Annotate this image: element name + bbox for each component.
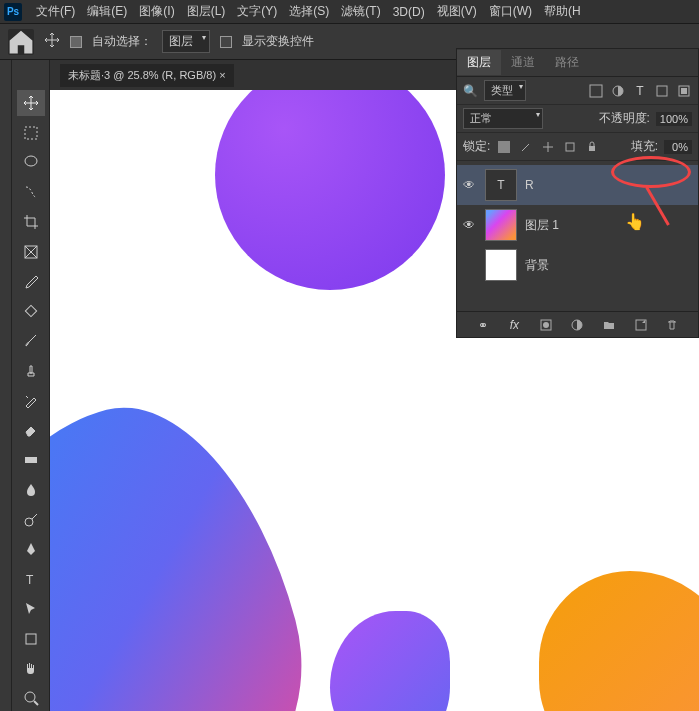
toolbar: T [12, 60, 50, 711]
lock-position-icon[interactable] [540, 139, 556, 155]
auto-select-label: 自动选择： [92, 33, 152, 50]
visibility-icon[interactable]: 👁 [463, 178, 477, 192]
fill-value[interactable]: 0% [664, 140, 692, 154]
layer-thumb-image [485, 209, 517, 241]
layer-name[interactable]: 图层 1 [525, 217, 559, 234]
filter-shape-icon[interactable] [654, 83, 670, 99]
svg-rect-4 [25, 457, 37, 463]
gradient-tool[interactable] [17, 447, 45, 473]
eraser-tool[interactable] [17, 417, 45, 443]
svg-rect-15 [566, 143, 574, 151]
lock-fill-row: 锁定: 填充: 0% [457, 133, 698, 161]
filter-image-icon[interactable] [588, 83, 604, 99]
filter-adjust-icon[interactable] [610, 83, 626, 99]
layer-row-r[interactable]: 👁 T R [457, 165, 698, 205]
lock-brush-icon[interactable] [518, 139, 534, 155]
svg-rect-9 [590, 85, 602, 97]
search-icon: 🔍 [463, 84, 478, 98]
move-tool-indicator-icon [44, 32, 60, 51]
menu-select[interactable]: 选择(S) [283, 3, 335, 20]
layer-row-1[interactable]: 👁 图层 1 [457, 205, 698, 245]
auto-select-target-dropdown[interactable]: 图层 [162, 30, 210, 53]
svg-text:T: T [26, 573, 34, 587]
menu-view[interactable]: 视图(V) [431, 3, 483, 20]
svg-rect-3 [25, 306, 36, 317]
show-transform-label: 显示变换控件 [242, 33, 314, 50]
svg-point-8 [25, 692, 35, 702]
lasso-tool[interactable] [17, 150, 45, 176]
layer-name[interactable]: R [525, 178, 534, 192]
blur-tool[interactable] [17, 477, 45, 503]
menu-image[interactable]: 图像(I) [133, 3, 180, 20]
adjustment-layer-icon[interactable] [569, 317, 585, 333]
panel-tabs: 图层 通道 路径 [457, 49, 698, 77]
path-select-tool[interactable] [17, 596, 45, 622]
dodge-tool[interactable] [17, 507, 45, 533]
canvas-purple-circle [215, 90, 445, 290]
menu-layer[interactable]: 图层(L) [181, 3, 232, 20]
frame-tool[interactable] [17, 239, 45, 265]
svg-rect-14 [498, 141, 510, 153]
link-layers-icon[interactable]: ⚭ [475, 317, 491, 333]
blend-mode-dropdown[interactable]: 正常 [463, 108, 543, 129]
fx-icon[interactable]: fx [506, 317, 522, 333]
svg-rect-7 [26, 634, 36, 644]
tab-paths[interactable]: 路径 [545, 50, 589, 75]
filter-type-dropdown[interactable]: 类型 [484, 80, 526, 101]
filter-text-icon[interactable]: T [632, 83, 648, 99]
layers-panel: 图层 通道 路径 🔍 类型 T 正常 不透明度: 100% 锁定: 填充: 0%… [456, 48, 699, 338]
layer-filter-row: 🔍 类型 T [457, 77, 698, 105]
layer-row-bg[interactable]: 背景 [457, 245, 698, 285]
menu-help[interactable]: 帮助(H [538, 3, 587, 20]
svg-point-5 [25, 518, 33, 526]
auto-select-checkbox[interactable] [70, 36, 82, 48]
delete-layer-icon[interactable] [664, 317, 680, 333]
home-icon[interactable] [8, 29, 34, 55]
crop-tool[interactable] [17, 209, 45, 235]
dock-strip [0, 60, 12, 711]
type-tool[interactable]: T [17, 566, 45, 592]
app-logo: Ps [4, 3, 22, 21]
move-tool[interactable] [17, 90, 45, 116]
svg-rect-16 [589, 146, 595, 151]
menu-edit[interactable]: 编辑(E) [81, 3, 133, 20]
svg-rect-0 [25, 127, 37, 139]
stamp-tool[interactable] [17, 358, 45, 384]
tab-channels[interactable]: 通道 [501, 50, 545, 75]
layer-mask-icon[interactable] [538, 317, 554, 333]
zoom-tool[interactable] [17, 685, 45, 711]
healing-tool[interactable] [17, 298, 45, 324]
lock-all-icon[interactable] [584, 139, 600, 155]
svg-point-1 [25, 156, 37, 166]
menu-window[interactable]: 窗口(W) [483, 3, 538, 20]
document-tab[interactable]: 未标题·3 @ 25.8% (R, RGB/8) × [60, 64, 234, 87]
eyedropper-tool[interactable] [17, 269, 45, 295]
group-icon[interactable] [601, 317, 617, 333]
marquee-tool[interactable] [17, 120, 45, 146]
opacity-value[interactable]: 100% [656, 112, 692, 126]
menu-filter[interactable]: 滤镜(T) [335, 3, 386, 20]
lock-artboard-icon[interactable] [562, 139, 578, 155]
menu-bar: Ps 文件(F) 编辑(E) 图像(I) 图层(L) 文字(Y) 选择(S) 滤… [0, 0, 699, 24]
history-brush-tool[interactable] [17, 388, 45, 414]
menu-3d[interactable]: 3D(D) [387, 5, 431, 19]
fill-label: 填充: [631, 138, 658, 155]
lock-pixels-icon[interactable] [496, 139, 512, 155]
tab-layers[interactable]: 图层 [457, 50, 501, 75]
new-layer-icon[interactable] [633, 317, 649, 333]
canvas-orange-blob [539, 571, 699, 711]
pen-tool[interactable] [17, 536, 45, 562]
menu-file[interactable]: 文件(F) [30, 3, 81, 20]
canvas-blue-pink-blob [50, 377, 339, 711]
show-transform-checkbox[interactable] [220, 36, 232, 48]
svg-rect-13 [681, 88, 687, 94]
shape-tool[interactable] [17, 626, 45, 652]
magic-wand-tool[interactable] [17, 179, 45, 205]
layer-thumb-bg [485, 249, 517, 281]
filter-smart-icon[interactable] [676, 83, 692, 99]
layer-name[interactable]: 背景 [525, 257, 549, 274]
menu-type[interactable]: 文字(Y) [231, 3, 283, 20]
brush-tool[interactable] [17, 328, 45, 354]
visibility-icon[interactable]: 👁 [463, 218, 477, 232]
hand-tool[interactable] [17, 656, 45, 682]
